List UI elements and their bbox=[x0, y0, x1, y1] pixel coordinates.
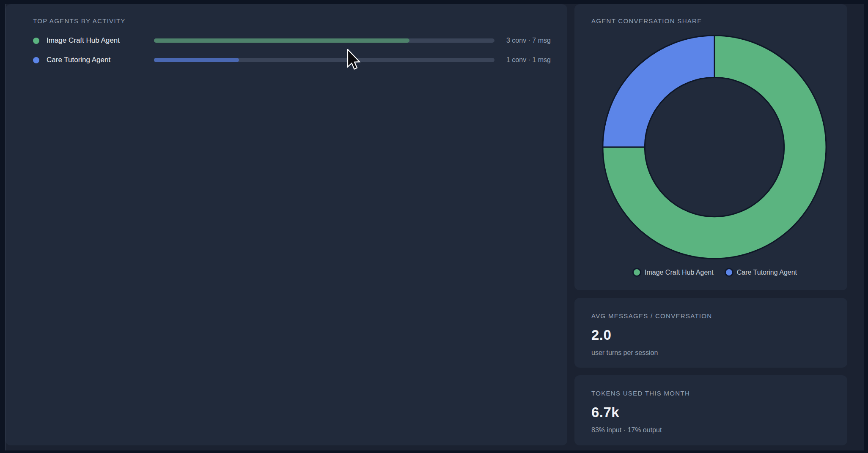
legend-item[interactable]: Image Craft Hub Agent bbox=[632, 268, 714, 277]
agent-activity-bar-fill bbox=[154, 38, 409, 43]
donut-slice-blue[interactable] bbox=[603, 35, 714, 147]
avg-messages-subtitle: user turns per session bbox=[591, 349, 830, 357]
agent-label: Image Craft Hub Agent bbox=[47, 36, 154, 45]
tokens-used-subtitle: 83% input · 17% output bbox=[591, 426, 830, 434]
agent-row[interactable]: Care Tutoring Agent 1 conv · 1 msg bbox=[33, 50, 558, 70]
agent-activity-value: 3 conv · 7 msg bbox=[506, 37, 558, 44]
agent-color-dot bbox=[33, 38, 39, 44]
agent-row[interactable]: Image Craft Hub Agent 3 conv · 7 msg bbox=[33, 31, 558, 50]
avg-messages-title: AVG MESSAGES / CONVERSATION bbox=[591, 312, 830, 319]
legend-label: Care Tutoring Agent bbox=[737, 269, 797, 276]
legend-label: Image Craft Hub Agent bbox=[645, 269, 714, 276]
top-agents-title: TOP AGENTS BY ACTIVITY bbox=[33, 17, 126, 25]
agent-activity-bar-track[interactable] bbox=[154, 58, 494, 62]
card-top-agents: TOP AGENTS BY ACTIVITY Image Craft Hub A… bbox=[5, 4, 567, 445]
chart-legend: Image Craft Hub Agent Care Tutoring Agen… bbox=[578, 268, 851, 277]
card-avg-messages: AVG MESSAGES / CONVERSATION 2.0 user tur… bbox=[574, 298, 847, 368]
agent-activity-bar-fill bbox=[154, 58, 239, 62]
agent-activity-bar-track[interactable] bbox=[154, 38, 494, 43]
tokens-used-value: 6.7k bbox=[591, 404, 830, 420]
agent-label: Care Tutoring Agent bbox=[47, 56, 154, 64]
conversation-share-title: AGENT CONVERSATION SHARE bbox=[591, 17, 702, 25]
avg-messages-value: 2.0 bbox=[591, 327, 830, 343]
card-conversation-share: AGENT CONVERSATION SHARE Image Craft Hub… bbox=[574, 4, 847, 290]
legend-item[interactable]: Care Tutoring Agent bbox=[725, 268, 797, 277]
card-tokens-used: TOKENS USED THIS MONTH 6.7k 83% input · … bbox=[574, 375, 847, 445]
tokens-used-title: TOKENS USED THIS MONTH bbox=[591, 390, 830, 397]
agent-activity-value: 1 conv · 1 msg bbox=[506, 56, 558, 64]
legend-dot bbox=[632, 268, 641, 277]
donut-chart bbox=[601, 34, 828, 260]
dashboard-canvas: TOP AGENTS BY ACTIVITY Image Craft Hub A… bbox=[5, 4, 864, 450]
legend-dot bbox=[725, 268, 733, 277]
agent-color-dot bbox=[33, 57, 39, 63]
